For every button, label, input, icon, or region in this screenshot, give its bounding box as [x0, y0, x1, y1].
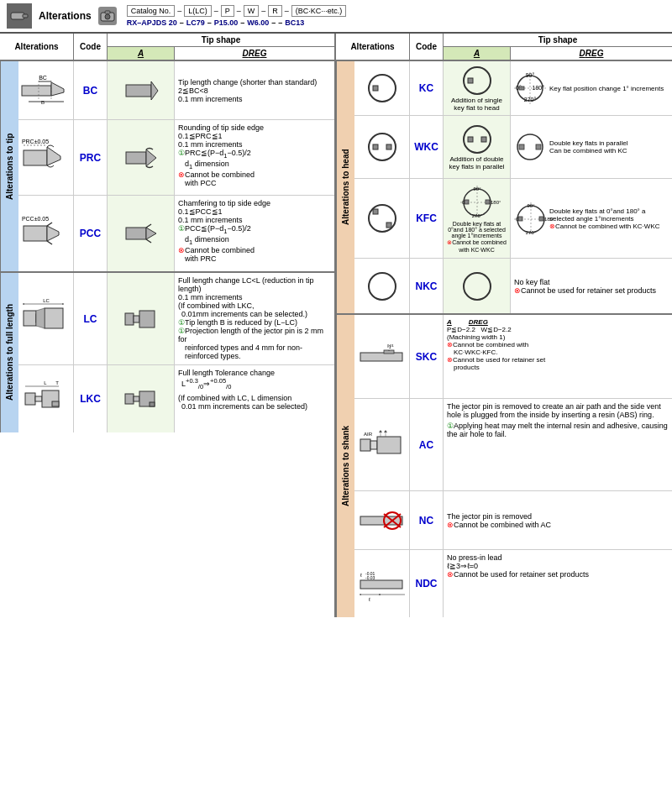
full-length-rows: LC LC [18, 273, 334, 432]
kc-row: KC Addition of single key flat to head [354, 61, 672, 116]
kfc-col-dreg: 90° 0° 180° 270° D [511, 179, 672, 258]
svg-rect-48 [125, 394, 134, 404]
tool-icon [7, 3, 32, 29]
svg-rect-71 [519, 144, 524, 149]
svg-rect-21 [24, 226, 47, 241]
nkc-code: NKC [410, 259, 444, 313]
lkc-col-dreg: Full length Tolerance change L+0.3/0⇒+0.… [175, 365, 334, 432]
pcc-col-dreg: Chamfering to tip side edge 0.1≦PCC≦1 0.… [175, 196, 334, 271]
lkc-row: L T LKC [18, 365, 334, 432]
nc-row: NC The jector pin is removed ⊗Cannot be … [354, 491, 672, 550]
svg-line-28 [146, 239, 151, 243]
left-code-hdr: Code [74, 34, 108, 60]
left-panel-header: Alterations Code Tip shape A DREG [0, 34, 334, 61]
svg-text:ℓ: ℓ [369, 597, 370, 602]
svg-rect-68 [468, 137, 473, 142]
kc-col-a: Addition of single key flat to head [444, 61, 511, 115]
header-alterations-label: Alterations [39, 10, 92, 22]
svg-rect-4 [105, 11, 110, 13]
bc-col-dreg: Tip length change (shorter than standard… [175, 61, 334, 119]
lc-col-a [108, 273, 175, 364]
svg-rect-81 [465, 200, 469, 204]
svg-text:90°: 90° [527, 203, 535, 208]
kc-image [354, 61, 410, 115]
svg-text:180°: 180° [533, 85, 545, 91]
nkc-col-dreg: No key flat ⊗Cannot be used for retainer… [511, 259, 672, 313]
ac-col-desc: The jector pin is removed to create an a… [444, 399, 672, 490]
camera-icon [98, 7, 117, 25]
left-tip-section: Alterations to tip BC [0, 61, 334, 273]
lkc-code: LKC [74, 365, 108, 432]
right-tip-a-hdr: A [444, 47, 511, 60]
skc-image: -1 0.01 [354, 315, 410, 398]
bc-code: BC [74, 61, 108, 119]
svg-text:BC: BC [39, 75, 47, 81]
wkc-image [354, 116, 410, 178]
svg-rect-65 [373, 144, 378, 149]
lc-image: LC [18, 273, 74, 364]
right-alterations-hdr: Alterations [336, 34, 410, 60]
svg-rect-39 [134, 316, 139, 322]
pcc-image: PCC±0.05 [18, 196, 74, 271]
svg-text:0.01: 0.01 [387, 343, 395, 348]
pcc-row: PCC±0.05 PCC [18, 196, 334, 271]
header-formula: Catalog No. – L(LC) – P – W – R – (BC·KC… [127, 5, 347, 27]
right-head-label: Alterations to head [336, 61, 354, 313]
main-content: Alterations Code Tip shape A DREG [0, 34, 672, 617]
svg-rect-55 [468, 78, 473, 83]
svg-rect-82 [486, 200, 490, 204]
nc-image [354, 491, 410, 549]
svg-text:B: B [40, 100, 44, 105]
left-panel: Alterations Code Tip shape A DREG [0, 34, 336, 617]
svg-marker-6 [51, 82, 64, 96]
nc-col-desc: The jector pin is removed ⊗Cannot be com… [444, 491, 672, 549]
svg-rect-53 [373, 86, 378, 91]
svg-line-23 [47, 241, 52, 244]
svg-rect-102 [370, 441, 377, 449]
page-container: Alterations Catalog No. – L(LC) – P – W … [0, 0, 672, 617]
svg-rect-13 [126, 85, 151, 97]
svg-rect-38 [125, 313, 134, 325]
svg-text:ℓ: ℓ [360, 573, 362, 578]
nc-code: NC [410, 491, 444, 549]
svg-line-29 [146, 224, 151, 228]
right-tip-dreg-hdr: DREG [511, 47, 672, 60]
wkc-col-dreg: Double key flats in parallelCan be combi… [511, 116, 672, 178]
nkc-image [354, 259, 410, 313]
svg-rect-19 [126, 152, 146, 164]
wkc-col-a: Addition of double key flats in parallel [444, 116, 511, 178]
right-shank-label: Alterations to shank [336, 315, 354, 617]
svg-rect-75 [386, 223, 391, 228]
wkc-code: WKC [410, 116, 444, 178]
svg-rect-5 [22, 86, 51, 96]
bc-col-a [108, 61, 175, 119]
svg-marker-20 [146, 149, 156, 166]
left-full-length-section: Alterations to full length LC [0, 273, 334, 432]
svg-line-24 [47, 223, 52, 226]
bc-row: BC B BC [18, 61, 334, 120]
kfc-row: KFC 90° 0° 180° 270° [354, 179, 672, 259]
ac-image: AIR [354, 399, 410, 490]
left-alterations-hdr: Alterations [0, 34, 74, 60]
bc-image: BC B [18, 61, 74, 119]
svg-rect-1 [23, 14, 28, 18]
lkc-col-a [108, 365, 175, 432]
ndc-image: ℓ ℓ -0.01 -0.03 [354, 550, 410, 617]
nkc-row: NKC No key flat ⊗Cannot be used for reta… [354, 259, 672, 313]
svg-rect-113 [360, 580, 402, 589]
ndc-code: NDC [410, 550, 444, 617]
right-panel: Alterations Code Tip shape A DREG [336, 34, 672, 617]
pcc-code: PCC [74, 196, 108, 271]
svg-rect-72 [536, 144, 541, 149]
ndc-col-desc: No press-in lead ℓ≧3⇒ℓ=0 ⊗Cannot be used… [444, 550, 672, 617]
svg-rect-51 [150, 402, 155, 406]
head-rows: KC Addition of single key flat to head [354, 61, 672, 313]
left-tip-section-label: Alterations to tip [0, 61, 18, 271]
right-code-hdr: Code [410, 34, 444, 60]
svg-text:-0.03: -0.03 [365, 575, 375, 580]
svg-marker-14 [151, 81, 158, 100]
svg-rect-91 [539, 217, 543, 221]
skc-code: SKC [410, 315, 444, 398]
svg-rect-90 [518, 217, 522, 221]
left-tip-a-hdr: A [108, 47, 175, 60]
